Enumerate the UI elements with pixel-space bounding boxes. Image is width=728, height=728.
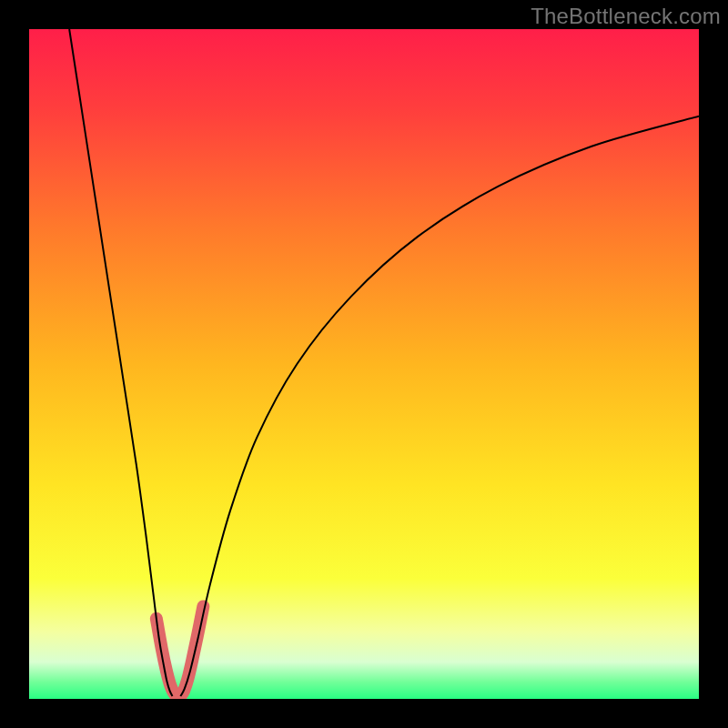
chart-svg [29, 29, 699, 699]
gradient-background [29, 29, 699, 699]
watermark-label: TheBottleneck.com [531, 4, 721, 29]
plot-area [29, 29, 699, 699]
chart-frame: TheBottleneck.com [0, 0, 728, 728]
